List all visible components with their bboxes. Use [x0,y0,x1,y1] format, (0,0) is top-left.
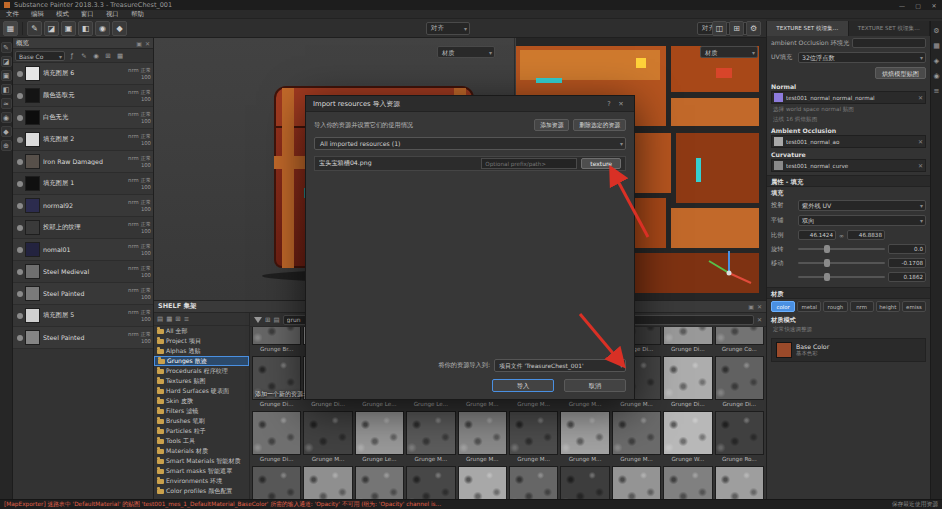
list-layout-icon[interactable]: ▤ [273,316,279,324]
shelf-resource[interactable]: Grunge M... [406,411,455,464]
layer-opacity[interactable]: 100 [128,184,151,191]
shelf-resource[interactable]: Grunge M... [612,411,661,464]
base-color-slot[interactable]: Base Color 基本色彩 [771,338,926,362]
Steel Painted[interactable]: Steel Painted nrm 正常 100 [13,327,153,349]
delete-layer-icon[interactable]: ▦ [115,51,125,61]
填充图层 6[interactable]: 填充图层 6 nrm 正常 100 [13,63,153,85]
filter-funnel-icon[interactable] [254,317,262,323]
viewer-settings-icon[interactable]: ⚙ [746,21,761,36]
Steel Medieval[interactable]: Steel Medieval nrm 正常 100 [13,261,153,283]
resource-prefix-input[interactable] [481,158,577,169]
shelf-tree-item[interactable]: Project 项目 [154,336,249,346]
menu-item[interactable]: 文件 [0,10,25,18]
layer-opacity[interactable]: 100 [128,294,151,301]
panel-dock-icon[interactable]: ▣ [136,40,142,47]
shelf-resource[interactable]: Grunge St... [355,466,404,499]
shelf-resource[interactable]: Grunge Ro... [715,411,764,464]
close-button[interactable]: ✕ [926,2,942,9]
channel-chip[interactable]: metal [797,301,821,312]
scale-x-field[interactable]: 46.1424 [798,230,836,240]
layer-opacity[interactable]: 100 [128,206,151,213]
dialog-close-button[interactable]: ✕ [615,100,627,108]
clear-search-icon[interactable]: ✕ [757,316,762,323]
layer-visibility-toggle[interactable] [17,203,23,209]
layer-visibility-toggle[interactable] [17,137,23,143]
polygon-fill-tool-icon[interactable]: ◧ [78,21,93,36]
resource-row[interactable]: 宝头宝箱槽04.png texture [314,156,626,171]
channel-filter-dropdown[interactable]: Base Co [15,51,65,61]
add-effect-icon[interactable]: ƒ [67,51,77,61]
link-scale-icon[interactable] [839,232,844,239]
layer-visibility-toggle[interactable] [17,269,23,275]
shelf-resource[interactable]: Grunge Di... [252,411,301,464]
shelf-tree-item[interactable]: Grunges 散迹 [154,356,249,366]
layer-visibility-toggle[interactable] [17,335,23,341]
shelf-tree-item[interactable]: Smart Materials 智能材质 [154,456,249,466]
layer-opacity[interactable]: 100 [128,140,151,147]
layer-blend-mode[interactable]: nrm 正常 [128,243,151,250]
shelf-tree-item[interactable]: Brushes 笔刷 [154,416,249,426]
bake-textures-button[interactable]: 烘焙模型贴图 [875,67,926,79]
layer-visibility-toggle[interactable] [17,159,23,165]
白色无光[interactable]: 白色无光 nrm 正常 100 [13,107,153,129]
layer-opacity[interactable]: 100 [128,228,151,235]
layer-blend-mode[interactable]: nrm 正常 [128,199,151,206]
ao-map-slot[interactable]: test001_normal_ao [771,135,926,148]
menu-item[interactable]: 窗口 [75,10,100,18]
offset-u-slider[interactable] [798,262,885,264]
history-icon[interactable]: ≡ [934,87,940,95]
layer-visibility-toggle[interactable] [17,225,23,231]
menu-item[interactable]: 帮助 [125,10,150,18]
layer-blend-mode[interactable]: nrm 正常 [128,111,151,118]
rotation-slider[interactable] [798,248,885,250]
polygon-fill-tool-icon[interactable]: ◧ [1,84,12,95]
camera-settings-icon[interactable]: ◉ [933,72,939,80]
resources-filter-dropdown[interactable]: All imported resources (1) [314,137,626,150]
view2d-mode-dropdown[interactable]: 材质 [700,46,758,58]
颜色选取元[interactable]: 颜色选取元 nrm 正常 100 [13,85,153,107]
shelf-resource[interactable]: Grunge M... [252,466,301,499]
grid-view-icon[interactable]: ▦ [166,315,172,323]
projection-dropdown[interactable]: 紫外线 UV [798,200,926,211]
eraser-tool-icon[interactable]: ◪ [44,21,59,36]
add-fill-layer-icon[interactable]: ◉ [91,51,101,61]
shelf-tree-item[interactable]: Filters 滤镜 [154,406,249,416]
cancel-button[interactable]: 取消 [564,379,626,392]
shelf-resource[interactable]: Grunge Di... [252,356,301,409]
rotation-field[interactable]: 0.0 [888,244,926,254]
shelf-tree-item[interactable]: Materials 材质 [154,446,249,456]
shelf-resource[interactable]: Grunge Fo... [612,466,661,499]
shelf-tree-item[interactable]: Color profiles 颜色配置 [154,486,249,496]
layer-opacity[interactable]: 100 [128,338,151,345]
shelf-resource[interactable]: Grunge Br... [252,327,301,354]
scale-y-field[interactable]: 46.8838 [847,230,885,240]
layer-visibility-toggle[interactable] [17,181,23,187]
投部上的纹理[interactable]: 投部上的纹理 nrm 正常 100 [13,217,153,239]
layer-blend-mode[interactable]: nrm 正常 [128,89,151,96]
offset-u-field[interactable]: -0.1708 [888,258,926,268]
shelf-resource[interactable]: Grunge M... [509,411,558,464]
shelf-tree-item[interactable]: Procedurals 程序纹理 [154,366,249,376]
remove-selected-resources-button[interactable]: 删除选定的资源 [573,119,626,131]
texture-set-tab[interactable]: TEXTURE SET 纹理集… [849,21,931,36]
nomal01[interactable]: nomal01 nrm 正常 100 [13,239,153,261]
shelf-resource[interactable]: Grunge Sc... [406,466,455,499]
shelf-tree-item[interactable]: Particles 粒子 [154,426,249,436]
tiling-dropdown[interactable]: 双向 [798,215,926,226]
clone-tool-icon[interactable]: ◉ [1,112,12,123]
offset-v-slider[interactable] [798,276,885,278]
add-folder-icon[interactable]: ⊞ [103,51,113,61]
channel-chip[interactable]: emiss [902,301,926,312]
view3d-mode-dropdown[interactable]: 材质 [437,46,495,58]
layer-visibility-toggle[interactable] [17,247,23,253]
shelf-tree-item[interactable]: Environments 环境 [154,476,249,486]
display-mode-icon[interactable]: ⊞ [729,21,744,36]
shelf-resource[interactable]: Grunge W... [663,411,712,464]
main-menu-icon[interactable]: ▦ [3,21,18,36]
quick-mask-tool-icon[interactable]: ⊕ [1,140,12,151]
layer-blend-mode[interactable]: nrm 正常 [128,221,151,228]
layer-opacity[interactable]: 100 [128,96,151,103]
offset-v-field[interactable]: 0.1862 [888,272,926,282]
layer-visibility-toggle[interactable] [17,291,23,297]
layer-opacity[interactable]: 100 [128,272,151,279]
